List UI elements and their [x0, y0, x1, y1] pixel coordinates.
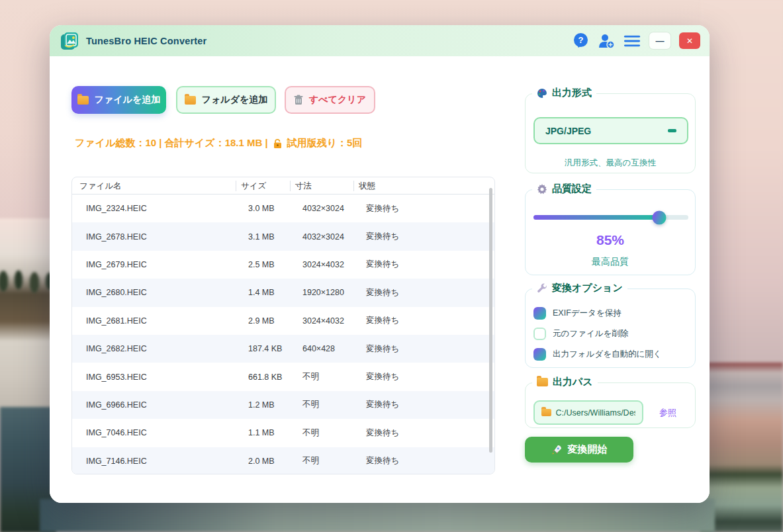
- wallpaper-lake-bottom: [40, 499, 715, 532]
- cell-dims: 4032×3024: [290, 232, 353, 242]
- file-table: ファイル名 サイズ 寸法 状態 IMG_2324.HEIC 3.0 MB 403…: [71, 177, 495, 474]
- output-path-input[interactable]: C:/Users/Williams/Des: [533, 400, 643, 425]
- output-path-value: C:/Users/Williams/Des: [556, 408, 635, 418]
- folder-icon: [537, 378, 548, 386]
- app-title: TunesBro HEIC Converter: [86, 36, 207, 46]
- help-icon[interactable]: ?: [572, 32, 589, 50]
- cell-status: 変換待ち: [353, 231, 494, 242]
- add-files-button[interactable]: ファイルを追加: [71, 86, 166, 114]
- cell-filename: IMG_6953.HEIC: [72, 373, 236, 382]
- col-header-dims[interactable]: 寸法: [290, 181, 353, 191]
- add-user-icon[interactable]: [598, 32, 615, 50]
- minimize-button[interactable]: —: [649, 32, 670, 49]
- quality-slider-thumb[interactable]: [652, 210, 666, 224]
- table-row[interactable]: IMG_2678.HEIC 3.1 MB 4032×3024 変換待ち: [72, 222, 494, 250]
- output-format-label: 出力形式: [552, 87, 592, 99]
- options-title: 変換オプション: [532, 282, 627, 294]
- output-format-title: 出力形式: [532, 87, 596, 99]
- cell-size: 2.0 MB: [236, 457, 290, 466]
- file-count-summary: ファイル総数：10 | 合計サイズ：18.1 MB |: [75, 137, 268, 150]
- col-header-size[interactable]: サイズ: [236, 181, 290, 191]
- main-content: ファイルを追加 フォルダを追加 すべてクリア ファイル総数：10 | 合計サイズ…: [50, 56, 710, 503]
- option-label: EXIFデータを保持: [553, 308, 622, 319]
- cell-dims: 3024×4032: [290, 316, 353, 326]
- table-row[interactable]: IMG_2679.HEIC 2.5 MB 3024×4032 変換待ち: [72, 251, 494, 279]
- table-row[interactable]: IMG_2682.HEIC 187.4 KB 640×428 変換待ち: [72, 335, 494, 363]
- unlocked-padlock-icon: [273, 138, 283, 149]
- cell-size: 661.8 KB: [236, 373, 290, 382]
- wallpaper-sky: [700, 0, 783, 371]
- col-header-filename[interactable]: ファイル名: [72, 181, 236, 191]
- table-scrollbar[interactable]: [489, 188, 492, 453]
- browse-button[interactable]: 参照: [659, 407, 676, 419]
- menu-icon[interactable]: [623, 32, 641, 50]
- cell-status: 変換待ち: [353, 427, 494, 439]
- table-row[interactable]: IMG_2324.HEIC 3.0 MB 4032×3024 変換待ち: [72, 195, 494, 222]
- wrench-icon: [537, 283, 547, 294]
- checkbox-keep-exif[interactable]: [533, 307, 546, 320]
- format-caption: 汎用形式、最高の互換性: [526, 157, 695, 169]
- cell-filename: IMG_7146.HEIC: [72, 457, 236, 466]
- cell-status: 変換待ち: [353, 371, 494, 382]
- cell-filename: IMG_2680.HEIC: [72, 288, 236, 297]
- output-format-panel: 出力形式 JPG/JPEG 汎用形式、最高の互換性: [525, 93, 696, 173]
- options-label: 変換オプション: [552, 282, 623, 294]
- option-delete-original[interactable]: 元のファイルを削除: [533, 328, 628, 340]
- svg-text:?: ?: [578, 35, 583, 45]
- cell-size: 2.5 MB: [236, 260, 290, 269]
- cell-filename: IMG_2324.HEIC: [72, 204, 236, 213]
- cell-status: 変換待ち: [353, 287, 494, 298]
- cell-status: 変換待ち: [353, 455, 494, 466]
- clear-all-button[interactable]: すべてクリア: [285, 86, 375, 114]
- option-open-folder[interactable]: 出力フォルダを自動的に開く: [533, 348, 662, 361]
- cell-dims: 不明: [290, 427, 353, 439]
- trash-icon: [294, 95, 303, 105]
- checkbox-open-folder[interactable]: [533, 348, 546, 361]
- cell-dims: 不明: [290, 399, 353, 410]
- cell-dims: 不明: [290, 371, 353, 382]
- add-folder-label: フォルダを追加: [202, 94, 268, 106]
- start-conversion-button[interactable]: 変換開始: [525, 437, 633, 463]
- add-files-label: ファイルを追加: [95, 94, 161, 106]
- add-folder-button[interactable]: フォルダを追加: [176, 86, 276, 114]
- output-format-select[interactable]: JPG/JPEG: [533, 117, 688, 144]
- cell-dims: 3024×4032: [290, 260, 353, 269]
- cell-status: 変換待ち: [353, 315, 494, 326]
- cell-filename: IMG_2678.HEIC: [72, 232, 236, 242]
- table-row[interactable]: IMG_7146.HEIC 2.0 MB 不明 変換待ち: [72, 447, 494, 474]
- cell-size: 3.0 MB: [236, 204, 290, 213]
- quality-panel: 品質設定 85% 最高品質: [525, 189, 696, 275]
- cell-size: 3.1 MB: [236, 232, 290, 242]
- col-header-status[interactable]: 状態: [353, 181, 494, 191]
- table-body: IMG_2324.HEIC 3.0 MB 4032×3024 変換待ち IMG_…: [72, 195, 494, 474]
- cell-size: 1.1 MB: [236, 428, 290, 437]
- table-row[interactable]: IMG_7046.HEIC 1.1 MB 不明 変換待ち: [72, 419, 494, 447]
- table-row[interactable]: IMG_2680.HEIC 1.4 MB 1920×1280 変換待ち: [72, 279, 494, 306]
- gear-icon: [537, 184, 547, 195]
- titlebar: TunesBro HEIC Converter ?: [50, 25, 710, 56]
- checkbox-delete-original[interactable]: [533, 328, 546, 340]
- format-selected-value: JPG/JPEG: [545, 126, 591, 136]
- app-window: TunesBro HEIC Converter ?: [50, 25, 710, 503]
- clear-all-label: すべてクリア: [309, 94, 366, 106]
- table-row[interactable]: IMG_2681.HEIC 2.9 MB 3024×4032 変換待ち: [72, 307, 494, 335]
- table-header: ファイル名 サイズ 寸法 状態: [72, 177, 494, 195]
- status-line: ファイル総数：10 | 合計サイズ：18.1 MB | 試用版残り：5回: [75, 137, 362, 150]
- option-label: 出力フォルダを自動的に開く: [553, 349, 662, 360]
- close-button[interactable]: ✕: [679, 32, 700, 49]
- cell-status: 変換待ち: [353, 399, 494, 410]
- cell-filename: IMG_7046.HEIC: [72, 428, 236, 437]
- folder-icon: [77, 96, 89, 105]
- quality-slider[interactable]: [533, 215, 688, 220]
- quality-description: 最高品質: [526, 256, 695, 268]
- cell-filename: IMG_2681.HEIC: [72, 316, 236, 326]
- cell-size: 187.4 KB: [236, 344, 290, 353]
- table-row[interactable]: IMG_6966.HEIC 1.2 MB 不明 変換待ち: [72, 391, 494, 419]
- option-keep-exif[interactable]: EXIFデータを保持: [533, 307, 622, 320]
- trial-remaining: 試用版残り：5回: [287, 137, 363, 150]
- cell-dims: 640×428: [290, 344, 353, 353]
- table-row[interactable]: IMG_6953.HEIC 661.8 KB 不明 変換待ち: [72, 363, 494, 390]
- quality-label: 品質設定: [552, 183, 592, 195]
- output-path-label: 出力パス: [553, 376, 593, 388]
- cell-filename: IMG_2679.HEIC: [72, 260, 236, 269]
